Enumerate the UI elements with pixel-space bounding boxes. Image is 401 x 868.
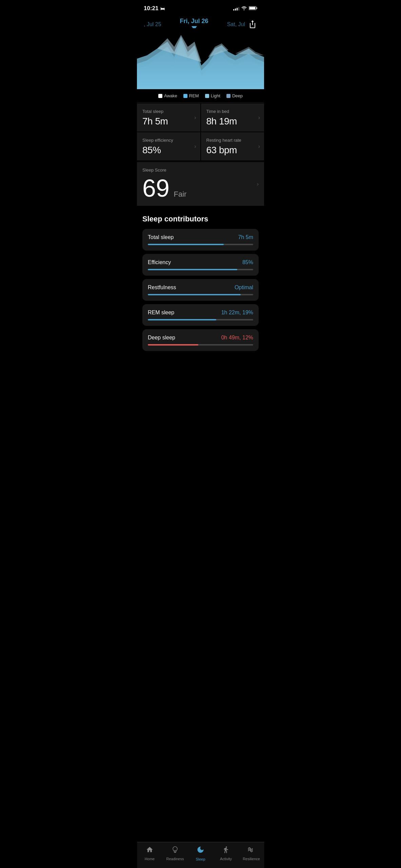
share-button[interactable]: [248, 20, 257, 29]
time-in-bed-value: 8h 19m: [206, 116, 259, 127]
resting-heart-rate-value: 63 bpm: [206, 145, 259, 156]
sleep-score-label: Sleep Score: [142, 167, 259, 173]
status-bar: 10:21 🛏: [137, 0, 264, 15]
date-nav: , Jul 25 Fri, Jul 26 Sat, Jul: [137, 15, 264, 35]
contributor-efficiency[interactable]: Efficiency 85%: [142, 254, 259, 276]
time-in-bed-chevron: ›: [258, 115, 260, 121]
resting-heart-rate-chevron: ›: [258, 143, 260, 150]
legend-rem: REM: [183, 93, 199, 98]
sleep-score-value: 69: [142, 176, 169, 200]
svg-rect-10: [137, 35, 264, 89]
total-sleep-label: Total sleep: [142, 109, 195, 114]
contributors-title: Sleep contributors: [142, 215, 259, 223]
sleep-score-chevron: ›: [257, 181, 259, 187]
status-time: 10:21 🛏: [144, 5, 165, 12]
bed-icon: 🛏: [160, 6, 165, 11]
battery-icon: [249, 5, 257, 12]
contributors-section: Sleep contributors Total sleep 7h 5m Eff…: [137, 206, 264, 357]
contributor-rem-sleep[interactable]: REM sleep 1h 22m, 19%: [142, 304, 259, 326]
contributor-restfulness[interactable]: Restfulness Optimal: [142, 279, 259, 301]
date-prev[interactable]: , Jul 25: [144, 21, 161, 27]
legend-awake: Awake: [158, 93, 177, 98]
stats-grid: Total sleep 7h 5m › Time in bed 8h 19m ›…: [137, 103, 264, 161]
resting-heart-rate-card[interactable]: Resting heart rate 63 bpm ›: [201, 132, 264, 160]
svg-rect-2: [249, 7, 256, 9]
date-current[interactable]: Fri, Jul 26: [161, 18, 227, 31]
sleep-chart: [137, 35, 264, 89]
svg-rect-1: [257, 7, 257, 9]
date-next[interactable]: Sat, Jul: [227, 21, 245, 27]
resting-heart-rate-label: Resting heart rate: [206, 138, 259, 143]
total-sleep-value: 7h 5m: [142, 116, 195, 127]
legend-deep: Deep: [226, 93, 243, 98]
time-in-bed-card[interactable]: Time in bed 8h 19m ›: [201, 103, 264, 132]
sleep-efficiency-value: 85%: [142, 145, 195, 156]
signal-bars: [233, 6, 239, 11]
contributor-deep-sleep[interactable]: Deep sleep 0h 49m, 12%: [142, 329, 259, 351]
sleep-efficiency-label: Sleep efficiency: [142, 138, 195, 143]
status-icons: [233, 5, 257, 12]
sleep-efficiency-chevron: ›: [194, 143, 196, 150]
sleep-score-quality: Fair: [174, 190, 187, 198]
time-in-bed-label: Time in bed: [206, 109, 259, 114]
sleep-score-display: 69 Fair: [142, 176, 259, 200]
sleep-legend: Awake REM Light Deep: [137, 89, 264, 103]
contributor-total-sleep[interactable]: Total sleep 7h 5m: [142, 229, 259, 251]
total-sleep-card[interactable]: Total sleep 7h 5m ›: [137, 103, 200, 132]
sleep-efficiency-card[interactable]: Sleep efficiency 85% ›: [137, 132, 200, 160]
legend-light: Light: [205, 93, 220, 98]
wifi-icon: [241, 5, 247, 12]
total-sleep-chevron: ›: [194, 115, 196, 121]
sleep-score-card[interactable]: Sleep Score 69 Fair ›: [137, 162, 264, 206]
